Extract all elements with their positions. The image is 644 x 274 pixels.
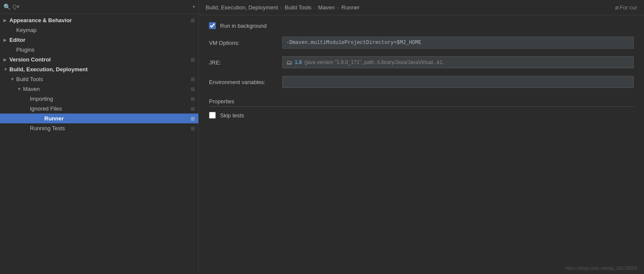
dropdown-arrow-icon: ▾ — [193, 4, 195, 9]
sidebar-label-running-tests: Running Tests — [30, 125, 191, 131]
breadcrumb-item-3: Maven — [318, 4, 335, 11]
sidebar-item-build-exec-deploy[interactable]: ▼Build, Execution, Deployment — [0, 64, 198, 74]
env-variables-label: Environment variables: — [209, 79, 277, 85]
vm-options-input[interactable] — [282, 37, 634, 49]
nav-list: ▶Appearance & Behavior⊞Keymap▶EditorPlug… — [0, 14, 198, 274]
sidebar-item-version-control[interactable]: ▶Version Control⊞ — [0, 55, 198, 64]
copy-icon-importing: ⊞ — [191, 96, 195, 102]
skip-tests-label: Skip tests — [220, 112, 244, 119]
copy-icon-running-tests: ⊞ — [191, 125, 195, 131]
skip-tests-row: Skip tests — [209, 112, 634, 119]
sidebar-label-appearance: Appearance & Behavior — [9, 17, 191, 23]
jre-detail: (java version "1.8.0_171", path: /Librar… — [305, 59, 444, 65]
sidebar-label-ignored-files: Ignored Files — [30, 105, 191, 112]
run-in-background-label: Run in background — [220, 23, 267, 29]
settings-body: Run in background VM Options: JRE: 🗂 1.8… — [199, 15, 644, 274]
jre-selector[interactable]: 🗂 1.8 (java version "1.8.0_171", path: /… — [282, 56, 634, 68]
sidebar-item-keymap[interactable]: Keymap — [0, 25, 198, 35]
jre-label: JRE: — [209, 59, 277, 66]
copy-icon-runner: ⊞ — [191, 116, 195, 122]
arrow-icon-editor: ▶ — [3, 38, 9, 42]
arrow-icon-maven: ▼ — [17, 87, 23, 91]
env-variables-input[interactable] — [282, 76, 634, 88]
breadcrumb-sep-2: › — [314, 5, 316, 10]
search-input[interactable] — [12, 3, 193, 10]
sidebar-label-plugins: Plugins — [16, 47, 195, 53]
sidebar-label-runner: Runner — [44, 115, 191, 122]
sidebar-label-editor: Editor — [9, 37, 195, 43]
vm-options-label: VM Options: — [209, 40, 277, 46]
arrow-icon-build-tools: ▼ — [10, 77, 16, 82]
copy-icon-version-control: ⊞ — [191, 57, 195, 63]
for-current-badge: ⊞For cur — [615, 4, 637, 11]
run-in-background-row: Run in background — [209, 22, 634, 29]
arrow-icon-version-control: ▶ — [3, 57, 9, 62]
footer-url: https://blog.csdn.net/qq_26118603 — [565, 265, 637, 271]
sidebar-item-appearance[interactable]: ▶Appearance & Behavior⊞ — [0, 15, 198, 25]
copy-icon-build-tools: ⊞ — [191, 76, 195, 82]
jre-version: 1.8 — [295, 59, 302, 65]
arrow-icon-appearance: ▶ — [3, 18, 9, 23]
run-in-background-checkbox[interactable] — [209, 22, 216, 29]
sidebar-item-editor[interactable]: ▶Editor — [0, 35, 198, 45]
breadcrumb-item-1: Build, Execution, Deployment — [206, 4, 278, 11]
sidebar-item-plugins[interactable]: Plugins — [0, 45, 198, 55]
sidebar-label-keymap: Keymap — [16, 27, 195, 33]
vm-options-row: VM Options: — [209, 37, 634, 49]
sidebar-item-build-tools[interactable]: ▼Build Tools⊞ — [0, 74, 198, 84]
breadcrumb: Build, Execution, Deployment › Build Too… — [199, 0, 644, 15]
breadcrumb-item-4: Runner — [342, 4, 360, 11]
sidebar-label-build-exec-deploy: Build, Execution, Deployment — [9, 66, 195, 73]
sidebar: 🔍 ▾ ▶Appearance & Behavior⊞Keymap▶Editor… — [0, 0, 199, 274]
sidebar-label-build-tools: Build Tools — [16, 76, 191, 82]
sidebar-item-runner[interactable]: Runner⊞ — [0, 114, 198, 123]
properties-section-header: Properties — [209, 98, 634, 107]
arrow-icon-build-exec-deploy: ▼ — [3, 67, 9, 72]
sidebar-item-importing[interactable]: Importing⊞ — [0, 94, 198, 104]
sidebar-item-ignored-files[interactable]: Ignored Files⊞ — [0, 104, 198, 114]
content-panel: Build, Execution, Deployment › Build Too… — [199, 0, 644, 274]
sidebar-label-importing: Importing — [30, 96, 191, 102]
copy-icon-ignored-files: ⊞ — [191, 106, 195, 112]
breadcrumb-sep-3: › — [337, 5, 339, 10]
breadcrumb-sep-1: › — [281, 5, 282, 10]
breadcrumb-item-2: Build Tools — [284, 4, 311, 11]
copy-icon-maven: ⊞ — [191, 86, 195, 92]
search-icon: 🔍 — [3, 3, 11, 10]
sidebar-label-version-control: Version Control — [9, 56, 191, 63]
sidebar-label-maven: Maven — [23, 86, 191, 92]
jre-row: JRE: 🗂 1.8 (java version "1.8.0_171", pa… — [209, 56, 634, 68]
sidebar-item-running-tests[interactable]: Running Tests⊞ — [0, 123, 198, 133]
env-variables-row: Environment variables: — [209, 76, 634, 88]
sidebar-item-maven[interactable]: ▼Maven⊞ — [0, 84, 198, 94]
folder-icon: 🗂 — [286, 59, 292, 66]
skip-tests-checkbox[interactable] — [209, 112, 216, 119]
copy-icon-appearance: ⊞ — [191, 17, 195, 23]
search-bar[interactable]: 🔍 ▾ — [0, 0, 198, 14]
